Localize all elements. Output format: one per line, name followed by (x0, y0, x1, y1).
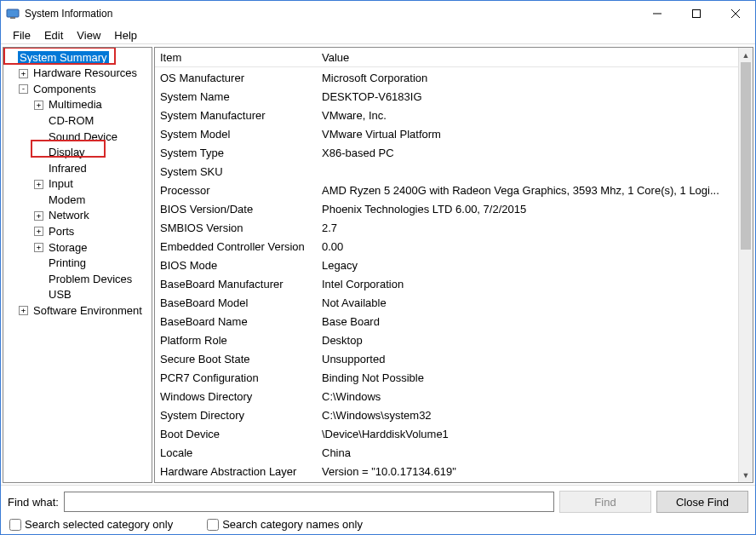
cell-item: Locale (155, 446, 317, 460)
tree-storage[interactable]: +Storage (3, 239, 152, 256)
menu-file[interactable]: File (6, 27, 37, 43)
collapse-icon[interactable]: - (19, 84, 28, 94)
cell-value: Unsupported (317, 352, 738, 366)
tree-cdrom[interactable]: CD-ROM (3, 112, 152, 129)
tree-printing[interactable]: Printing (3, 256, 152, 272)
tree-label[interactable]: Sound Device (47, 130, 119, 143)
cell-item: BaseBoard Name (155, 314, 317, 329)
tree-label[interactable]: Display (47, 146, 87, 158)
tree-label[interactable]: Components (32, 83, 98, 95)
tree-label[interactable]: Network (47, 209, 91, 221)
find-input[interactable] (64, 492, 554, 512)
expand-icon[interactable]: + (34, 101, 43, 110)
cell-value: \Device\HarddiskVolume1 (317, 427, 738, 441)
expand-icon[interactable]: + (19, 69, 28, 78)
tree-problem-devices[interactable]: Problem Devices (3, 271, 152, 287)
list-row[interactable]: System ManufacturerVMware, Inc. (155, 106, 738, 124)
tree-label[interactable]: Input (47, 177, 75, 190)
list-row[interactable]: PCR7 ConfigurationBinding Not Possible (155, 368, 738, 387)
tree-label[interactable]: System Summary (18, 51, 109, 64)
column-value[interactable]: Value (317, 49, 738, 67)
list-row[interactable]: System ModelVMware Virtual Platform (155, 124, 738, 143)
minimize-button[interactable] (638, 1, 677, 26)
list-row[interactable]: ProcessorAMD Ryzen 5 2400G with Radeon V… (155, 181, 738, 199)
tree-hardware-resources[interactable]: +Hardware Resources (3, 66, 152, 82)
maximize-button[interactable] (677, 1, 716, 26)
tree-input[interactable]: +Input (3, 176, 152, 193)
checkbox-icon[interactable] (9, 519, 21, 531)
tree-label[interactable]: Infrared (47, 162, 89, 175)
search-names-checkbox[interactable]: Search category names only (207, 518, 363, 531)
list-row[interactable]: Platform RoleDesktop (155, 331, 738, 349)
cell-value: Binding Not Possible (317, 371, 738, 385)
menu-help[interactable]: Help (107, 27, 144, 43)
list-row[interactable]: System DirectoryC:\Windows\system32 (155, 406, 738, 424)
navigation-tree[interactable]: System Summary +Hardware Resources -Comp… (3, 47, 152, 483)
find-button[interactable]: Find (559, 491, 651, 513)
list-row[interactable]: BaseBoard ManufacturerIntel Corporation (155, 274, 738, 293)
search-selected-checkbox[interactable]: Search selected category only (9, 518, 173, 531)
list-row[interactable]: SMBIOS Version2.7 (155, 218, 738, 237)
list-row[interactable]: BIOS ModeLegacy (155, 256, 738, 274)
list-row[interactable]: Embedded Controller Version0.00 (155, 237, 738, 256)
tree-label[interactable]: Problem Devices (47, 273, 134, 285)
tree-software-environment[interactable]: +Software Environment (3, 302, 152, 319)
tree-label[interactable]: Software Environment (32, 304, 144, 317)
list-row[interactable]: System TypeX86-based PC (155, 143, 738, 162)
expand-icon[interactable]: + (19, 306, 28, 315)
list-row[interactable]: Secure Boot StateUnsupported (155, 349, 738, 368)
list-row[interactable]: System SKU (155, 162, 738, 181)
column-item[interactable]: Item (155, 49, 317, 67)
list-row[interactable]: Hardware Abstraction LayerVersion = "10.… (155, 462, 738, 480)
tree-label[interactable]: Multimedia (47, 98, 104, 111)
list-row[interactable]: System NameDESKTOP-V6183IG (155, 87, 738, 106)
tree-usb[interactable]: USB (3, 287, 152, 303)
list-row[interactable]: Windows DirectoryC:\Windows (155, 387, 738, 406)
checkbox-label: Search selected category only (25, 518, 173, 531)
cell-item: Platform Role (155, 333, 317, 348)
cell-item: Processor (155, 183, 317, 198)
tree-modem[interactable]: Modem (3, 192, 152, 208)
tree-label[interactable]: USB (47, 288, 73, 301)
expand-icon[interactable]: + (34, 180, 43, 189)
tree-system-summary[interactable]: System Summary (3, 49, 152, 66)
vertical-scrollbar[interactable]: ▲ ▼ (738, 48, 753, 482)
list-row[interactable]: Boot Device\Device\HarddiskVolume1 (155, 424, 738, 443)
tree-label[interactable]: Storage (47, 241, 89, 254)
cell-item: Secure Boot State (155, 352, 317, 366)
tree-label[interactable]: Hardware Resources (32, 66, 139, 79)
list-row[interactable]: User NameDESKTOP-V6183IG\mini (155, 480, 738, 482)
list-row[interactable]: OS ManufacturerMicrosoft Corporation (155, 68, 738, 87)
tree-label[interactable]: CD-ROM (47, 114, 95, 127)
scroll-thumb[interactable] (741, 62, 751, 250)
tree-multimedia[interactable]: +Multimedia (3, 97, 152, 113)
tree-sound-device[interactable]: Sound Device (3, 129, 152, 145)
close-button[interactable] (716, 1, 755, 26)
expand-icon[interactable]: + (34, 227, 43, 236)
tree-display[interactable]: Display (3, 145, 152, 161)
expand-icon[interactable]: + (34, 243, 43, 252)
list-row[interactable]: BaseBoard NameBase Board (155, 312, 738, 331)
list-row[interactable]: BIOS Version/DatePhoenix Technologies LT… (155, 199, 738, 218)
list-row[interactable]: BaseBoard ModelNot Available (155, 293, 738, 312)
close-find-button[interactable]: Close Find (656, 491, 748, 513)
cell-item: BaseBoard Manufacturer (155, 277, 317, 291)
tree-ports[interactable]: +Ports (3, 223, 152, 239)
tree-label[interactable]: Printing (47, 256, 88, 269)
menu-view[interactable]: View (70, 27, 107, 43)
list-body[interactable]: OS ManufacturerMicrosoft CorporationSyst… (155, 68, 738, 482)
cell-item: Hardware Abstraction Layer (155, 464, 317, 479)
tree-label[interactable]: Ports (47, 225, 76, 238)
cell-item: BIOS Version/Date (155, 202, 317, 216)
expand-icon[interactable]: + (34, 211, 43, 221)
checkbox-icon[interactable] (207, 519, 219, 531)
tree-infrared[interactable]: Infrared (3, 160, 152, 176)
scroll-down-icon[interactable]: ▼ (739, 468, 753, 482)
list-row[interactable]: LocaleChina (155, 443, 738, 462)
tree-components[interactable]: -Components (3, 81, 152, 97)
menu-edit[interactable]: Edit (37, 27, 70, 43)
scroll-track[interactable] (739, 62, 753, 468)
tree-network[interactable]: +Network (3, 208, 152, 224)
scroll-up-icon[interactable]: ▲ (739, 48, 753, 62)
tree-label[interactable]: Modem (47, 193, 87, 206)
